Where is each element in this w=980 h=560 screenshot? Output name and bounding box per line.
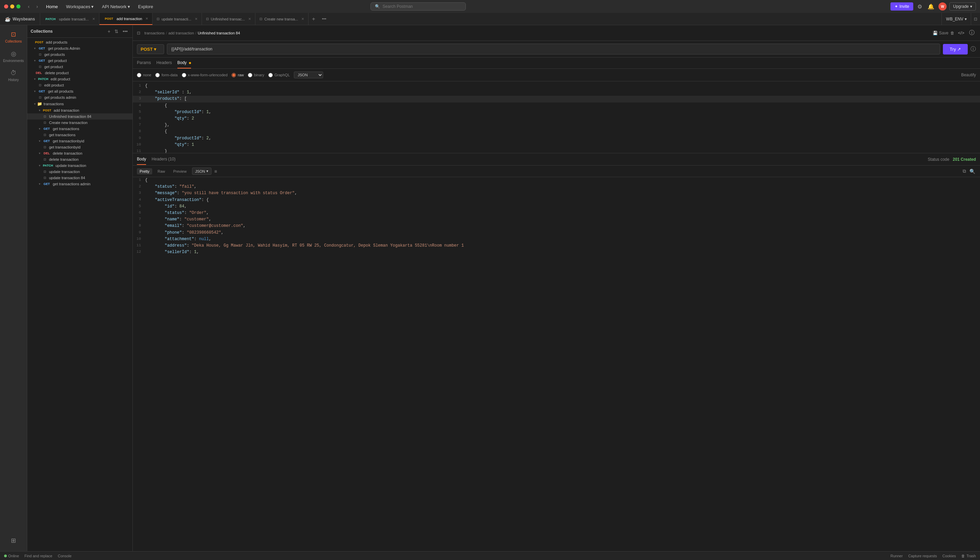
code-button[interactable]: </>: [957, 28, 966, 38]
tree-folder-get-tx-admin[interactable]: ▾ GET get transactions admin: [27, 181, 133, 187]
tree-folder-transactions[interactable]: ▾ 📁 transactions: [27, 100, 133, 107]
tab-params[interactable]: Params: [137, 58, 151, 68]
explore-link[interactable]: Explore: [135, 3, 156, 10]
tree-folder-get-product[interactable]: ▾ GET get product: [27, 58, 133, 64]
add-tab-button[interactable]: +: [308, 16, 318, 22]
option-binary[interactable]: binary: [248, 73, 264, 77]
tree-folder-edit-product[interactable]: ▾ PATCH edit product: [27, 76, 133, 82]
tree-item-update-tx-84[interactable]: ⊡ update transaction 84: [27, 175, 133, 181]
tab-create-new[interactable]: ⊡ Create new transa... ✕: [255, 13, 308, 25]
fullscreen-button[interactable]: [17, 5, 20, 8]
tab-patch-update[interactable]: PATCH update transacti... ✕: [40, 13, 100, 25]
save-button[interactable]: 💾 Save: [933, 28, 948, 38]
resp-tab-headers[interactable]: Headers (10): [151, 154, 175, 165]
search-input[interactable]: [383, 4, 461, 9]
item-label: get products Admin: [48, 46, 80, 50]
tab-close-post[interactable]: ✕: [145, 17, 148, 20]
more-tabs-button[interactable]: •••: [319, 17, 330, 22]
tree-item-add-products[interactable]: POST add products: [27, 39, 133, 45]
status-find-replace[interactable]: Find and replace: [25, 554, 52, 558]
tab-body[interactable]: Body: [177, 58, 191, 68]
status-online[interactable]: Online: [4, 554, 19, 558]
api-info-button[interactable]: ⓘ: [970, 46, 976, 53]
method-select[interactable]: POST ▾: [137, 44, 164, 54]
notifications-button[interactable]: 🔔: [926, 2, 936, 11]
tree-item-get-product[interactable]: ⊡ get product: [27, 64, 133, 70]
minimize-button[interactable]: [10, 5, 14, 8]
option-none[interactable]: none: [137, 73, 151, 77]
method-tag-patch: PATCH: [37, 77, 49, 81]
url-input[interactable]: [167, 43, 940, 55]
workspaces-link[interactable]: Workspaces ▾: [63, 3, 97, 10]
tree-folder-update-tx[interactable]: ▾ PATCH update transaction: [27, 162, 133, 168]
tab-close-patch[interactable]: ✕: [92, 17, 95, 21]
invite-button[interactable]: ✦ Invite: [890, 2, 913, 10]
copy-response-button[interactable]: ⧉: [962, 168, 967, 175]
resp-pretty-button[interactable]: Pretty: [137, 168, 152, 174]
upgrade-button[interactable]: Upgrade ▾: [949, 2, 976, 10]
tab-update-tx[interactable]: ⊡ update transacti... ✕: [153, 13, 201, 25]
option-graphql[interactable]: GraphQL: [268, 73, 290, 77]
tab-close-create-new[interactable]: ✕: [301, 17, 304, 21]
sidebar-item-environments[interactable]: ◎ Environments: [2, 47, 25, 65]
tree-item-delete-tx[interactable]: ⊡ delete transaction: [27, 157, 133, 162]
tree-item-unfinished-tx-84[interactable]: ⊡ Unfinished transaction 84: [27, 113, 133, 120]
resp-raw-button[interactable]: Raw: [155, 168, 168, 174]
info-button[interactable]: ⓘ: [968, 28, 976, 38]
option-form-data[interactable]: form-data: [155, 73, 177, 77]
layout-button[interactable]: ⊡: [971, 13, 980, 25]
beautify-button[interactable]: Beautify: [961, 73, 976, 77]
more-options-button[interactable]: •••: [121, 28, 129, 35]
resp-format-chevron-icon: ▾: [206, 169, 208, 173]
sidebar-item-history[interactable]: ⏱ History: [2, 67, 25, 85]
resp-tab-body[interactable]: Body: [137, 154, 146, 165]
search-response-button[interactable]: 🔍: [969, 168, 976, 175]
tab-unfinished[interactable]: ⊡ Unfinished transac... ✕: [202, 13, 255, 25]
method-label: POST: [141, 47, 153, 52]
home-link[interactable]: Home: [43, 3, 61, 10]
option-raw[interactable]: raw: [231, 73, 244, 77]
api-network-link[interactable]: API Network ▾: [98, 3, 133, 10]
tab-close-unfinished[interactable]: ✕: [248, 17, 251, 21]
tree-item-delete-product[interactable]: DEL delete product: [27, 70, 133, 76]
tree-item-get-txbyid[interactable]: ⊡ get transactionbyid: [27, 144, 133, 150]
env-selector[interactable]: WB_ENV ▾: [942, 13, 971, 25]
resp-preview-button[interactable]: Preview: [171, 168, 189, 174]
tree-folder-get-products-admin[interactable]: ▾ GET get products Admin: [27, 45, 133, 52]
settings-button[interactable]: ⚙: [916, 2, 923, 11]
tree-folder-add-transaction[interactable]: ▾ POST add transaction: [27, 107, 133, 113]
tab-headers[interactable]: Headers: [156, 58, 171, 68]
tree-item-update-tx[interactable]: ⊡ update transaction: [27, 168, 133, 175]
status-capture[interactable]: Capture requests: [908, 554, 937, 558]
search-bar[interactable]: 🔍: [371, 2, 466, 10]
tab-close-update[interactable]: ✕: [195, 17, 198, 21]
tree-folder-get-all-products[interactable]: ▾ GET get all products: [27, 88, 133, 94]
try-button[interactable]: Try ↗: [943, 44, 968, 55]
tab-post-add[interactable]: POST add transaction ✕: [100, 13, 153, 25]
tree-item-get-transactions[interactable]: ⊡ get transactions: [27, 132, 133, 138]
request-body-editor[interactable]: 1 { 2 "sellerId" : 1, 3 "products": [ 4 …: [133, 82, 980, 153]
tree-folder-delete-tx[interactable]: ▾ DEL delete transaction: [27, 150, 133, 157]
tree-item-get-products[interactable]: ⊡ get products: [27, 52, 133, 58]
status-cookies[interactable]: Cookies: [943, 554, 956, 558]
avatar: W: [938, 2, 947, 10]
add-collection-button[interactable]: +: [106, 28, 112, 35]
delete-button[interactable]: 🗑: [950, 28, 955, 38]
option-urlencoded[interactable]: x-www-form-urlencoded: [182, 73, 228, 77]
sidebar-item-flows[interactable]: ⊞: [2, 534, 25, 547]
tree-item-get-products-admin[interactable]: ⊡ get products admin: [27, 94, 133, 100]
close-button[interactable]: [4, 5, 8, 8]
tree-item-create-new-tx[interactable]: ⊡ Create new transaction: [27, 120, 133, 126]
forward-button[interactable]: ›: [34, 3, 40, 10]
tree-item-edit-product[interactable]: ⊡ edit product: [27, 82, 133, 88]
status-console[interactable]: Console: [58, 554, 72, 558]
resp-format-select[interactable]: JSON ▾: [192, 168, 211, 175]
back-button[interactable]: ‹: [26, 3, 32, 10]
status-trash[interactable]: 🗑 Trash: [961, 554, 976, 558]
tree-folder-get-txbyid[interactable]: ▾ GET get transactionbyid: [27, 138, 133, 144]
sort-button[interactable]: ⇅: [113, 28, 120, 35]
tree-folder-get-transactions[interactable]: ▾ GET get transactions: [27, 126, 133, 132]
status-runner[interactable]: Runner: [890, 554, 903, 558]
sidebar-item-collections[interactable]: ⊡ Collections: [2, 28, 25, 46]
body-format-select[interactable]: JSON Text JavaScript HTML XML: [294, 72, 323, 78]
